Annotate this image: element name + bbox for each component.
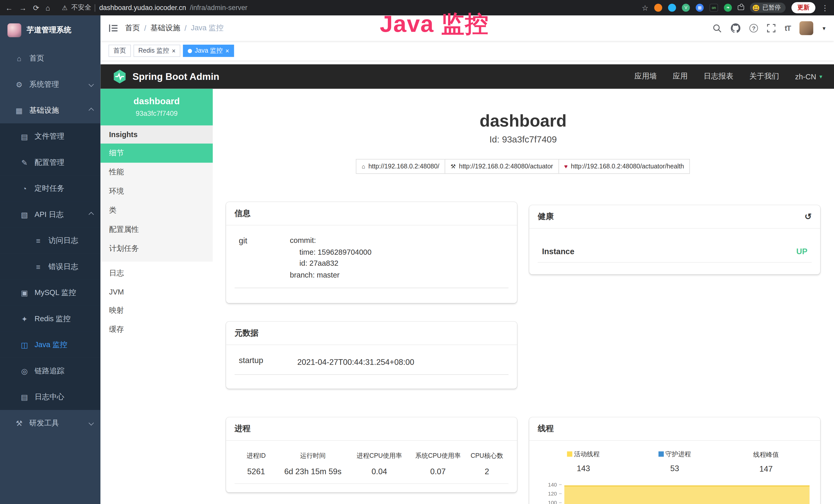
sidebar-item-access-logs[interactable]: ≡ 访问日志	[0, 228, 101, 253]
header-actions: ? tT ▾	[713, 21, 825, 35]
col-header: 进程ID	[237, 451, 276, 460]
sidebar-toggle-icon[interactable]	[109, 24, 118, 32]
sidebar-item-system-mgmt[interactable]: ⚙ 系统管理	[0, 71, 101, 97]
card-title-label: 信息	[235, 208, 250, 219]
reload-icon[interactable]: ⟳	[33, 3, 39, 12]
github-icon[interactable]	[731, 23, 741, 33]
back-icon[interactable]: ←	[5, 3, 13, 12]
extensions-puzzle-icon[interactable]	[738, 5, 744, 10]
sba-item-scheduled-tasks[interactable]: 计划任务	[101, 239, 213, 258]
info-row-git: git commit: time: 1596289704000 id: 27aa…	[235, 233, 508, 288]
fullscreen-icon[interactable]	[767, 24, 776, 32]
col-value: 2	[467, 467, 506, 476]
chevron-down-icon	[89, 82, 94, 87]
sba-item-jvm[interactable]: JVM	[101, 283, 213, 301]
breadcrumb-infrastructure[interactable]: 基础设施	[151, 23, 180, 33]
sba-brand-label: Spring Boot Admin	[133, 71, 219, 82]
sidebar-item-home[interactable]: ⌂ 首页	[0, 45, 101, 71]
sidebar-item-log-center[interactable]: ▤ 日志中心	[0, 384, 101, 410]
insights-section-label: Insights	[101, 125, 213, 143]
sba-item-config-props[interactable]: 配置属性	[101, 220, 213, 239]
orange-extension-icon[interactable]	[654, 4, 662, 12]
process-col-cpu: 进程CPU使用率 0.04	[348, 449, 411, 476]
switch-on-extension-icon[interactable]: on	[710, 4, 718, 12]
document-icon: ▤	[20, 393, 29, 401]
browser-menu-kebab-icon[interactable]: ⋮	[821, 3, 829, 12]
paused-badge[interactable]: 😃 已暂停	[750, 3, 786, 13]
search-icon[interactable]	[713, 24, 722, 32]
breadcrumb-home[interactable]: 首页	[125, 23, 140, 33]
sba-item-mappings[interactable]: 映射	[101, 301, 213, 320]
locale-selector[interactable]: zh-CN ▾	[795, 72, 822, 81]
close-icon[interactable]: ×	[172, 47, 176, 54]
sidebar-item-dev-tools[interactable]: ⚒ 研发工具	[0, 410, 101, 436]
nav-applications[interactable]: 应用	[673, 72, 687, 82]
tab-home[interactable]: 首页	[108, 45, 131, 57]
sba-item-logs[interactable]: 日志	[101, 264, 213, 283]
sidebar-item-mysql-monitor[interactable]: ▣ MySQL 监控	[0, 280, 101, 305]
threads-legend: 活动线程 143 守护进程 53 线程峰值	[538, 449, 812, 473]
legend-label: 守护进程	[665, 450, 691, 459]
bookmark-star-icon[interactable]: ☆	[642, 3, 649, 12]
avatar-caret-icon[interactable]: ▾	[822, 25, 825, 31]
breadcrumb-current: Java 监控	[191, 23, 223, 33]
nav-wallboard[interactable]: 应用墙	[634, 72, 657, 82]
sidebar-item-file-mgmt[interactable]: ▤ 文件管理	[0, 123, 101, 149]
blue-extension-icon[interactable]	[668, 4, 676, 12]
tab-redis-monitor[interactable]: Redis 监控 ×	[134, 45, 180, 57]
browser-home-icon[interactable]: ⌂	[46, 3, 50, 12]
page-title: dashboard	[226, 111, 820, 131]
sidebar-item-api-logs[interactable]: ▧ API 日志	[0, 202, 101, 228]
sidebar-item-scheduled-jobs[interactable]: ◔ 定时任务	[0, 175, 101, 201]
sba-logo-icon	[112, 69, 127, 84]
threads-card: 线程 活动线程 143 守护进程	[529, 417, 820, 504]
app-logo[interactable]: 芋道管理系统	[0, 16, 101, 45]
vue-devtools-icon[interactable]: V	[682, 4, 690, 12]
chrome-update-button[interactable]: 更新	[791, 2, 815, 13]
address-bar[interactable]: ⚠ 不安全 dashboard.yudao.iocoder.cn/infra/a…	[62, 3, 248, 12]
history-icon[interactable]: ↺	[805, 212, 812, 221]
live-threads-area	[564, 485, 810, 504]
service-url-link[interactable]: ⌂ http://192.168.0.2:48080/	[356, 159, 445, 174]
breadcrumb: 首页 / 基础设施 / Java 监控	[125, 23, 224, 33]
card-title: 线程	[529, 417, 820, 441]
sidebar-item-label: 研发工具	[29, 418, 59, 428]
sba-item-caches[interactable]: 缓存	[101, 320, 213, 339]
card-body: git commit: time: 1596289704000 id: 27aa…	[226, 225, 517, 297]
sidebar-item-label: Redis 监控	[35, 314, 71, 323]
sba-brand[interactable]: Spring Boot Admin	[112, 69, 219, 84]
sidebar-item-config-mgmt[interactable]: ✎ 配置管理	[0, 150, 101, 175]
health-instance-row: Instance UP	[538, 243, 812, 263]
forward-icon[interactable]: →	[19, 3, 27, 12]
sidebar-item-java-monitor[interactable]: ◫ Java 监控	[0, 332, 101, 358]
sba-item-classes[interactable]: 类	[101, 201, 213, 220]
font-size-icon[interactable]: tT	[785, 24, 791, 32]
sba-item-metrics[interactable]: 性能	[101, 163, 213, 182]
tab-java-monitor[interactable]: Java 监控 ×	[183, 45, 234, 57]
actuator-url-link[interactable]: ⚒ http://192.168.0.2:48080/actuator	[445, 159, 559, 174]
y-tick: 100	[541, 500, 557, 504]
chevron-up-icon	[89, 108, 94, 113]
instance-header[interactable]: dashboard 93a3fc7f7409	[101, 89, 213, 125]
nav-about[interactable]: 关于我们	[749, 72, 779, 82]
sba-item-environment[interactable]: 环境	[101, 182, 213, 201]
sidebar-item-tracing[interactable]: ◎ 链路追踪	[0, 358, 101, 384]
tags-view-bar: 首页 Redis 监控 × Java 监控 ×	[101, 41, 834, 61]
user-avatar[interactable]	[799, 21, 813, 35]
close-icon[interactable]: ×	[225, 47, 229, 54]
gear-icon: ⚙	[15, 80, 23, 89]
document-icon: ≡	[34, 262, 43, 271]
health-url-link[interactable]: ♥ http://192.168.0.2:48080/actuator/heal…	[558, 159, 690, 174]
leaf-extension-icon[interactable]: ❧	[724, 4, 732, 12]
grid-extension-icon[interactable]: ▦	[696, 4, 704, 12]
sidebar-item-infrastructure[interactable]: ▦ 基础设施	[0, 97, 101, 123]
nav-journal[interactable]: 日志报表	[704, 72, 733, 82]
y-tick: 120	[541, 491, 557, 497]
active-dot	[188, 48, 192, 53]
help-icon[interactable]: ?	[749, 24, 758, 32]
sidebar-item-error-logs[interactable]: ≡ 错误日志	[0, 254, 101, 280]
sba-item-details[interactable]: 细节	[101, 143, 213, 163]
infrastructure-icon: ▦	[15, 106, 23, 115]
heart-icon: ♥	[564, 163, 568, 170]
sidebar-item-redis-monitor[interactable]: ✦ Redis 监控	[0, 306, 101, 332]
